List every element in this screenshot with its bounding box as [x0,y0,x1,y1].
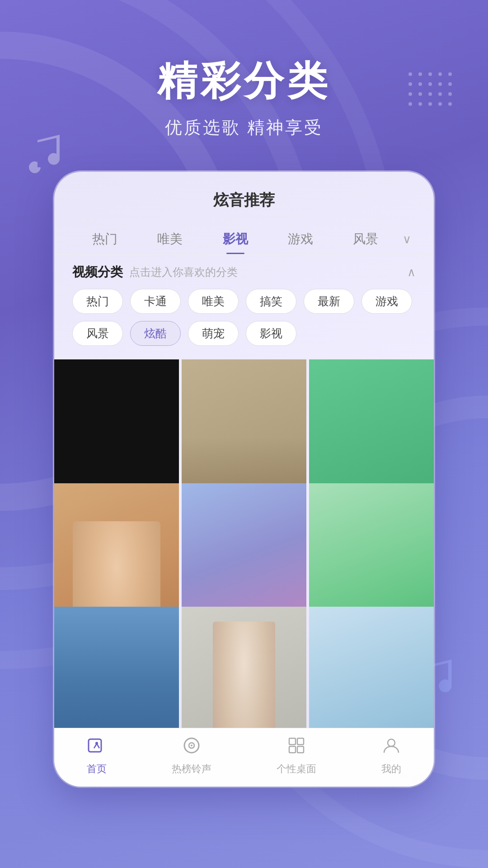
category-collapse-icon[interactable]: ∧ [407,265,416,279]
tag-scenery[interactable]: 风景 [72,321,123,346]
tag-pet[interactable]: 萌宠 [188,321,239,346]
svg-rect-13 [297,746,304,753]
tab-more-icon[interactable]: ∨ [398,226,416,253]
category-section: 视频分类 点击进入你喜欢的分类 ∧ 热门 卡通 唯美 搞笑 最新 游戏 风景 炫… [54,255,434,355]
tab-game[interactable]: 游戏 [268,224,333,254]
header-area: 精彩分类 优质选歌 精神享受 [0,54,488,139]
nav-mine[interactable]: 我的 [381,736,401,776]
nav-home-icon [87,736,107,760]
svg-rect-10 [289,738,296,745]
video-item-8[interactable] [182,607,306,728]
svg-rect-11 [297,738,304,745]
svg-rect-5 [89,739,101,752]
tag-newest[interactable]: 最新 [304,289,354,314]
video-item-9[interactable] [309,607,434,728]
app-content: 炫音推荐 热门 唯美 影视 游戏 风景 ∨ 视频分类 点击进入你喜欢的分类 ∧ … [54,172,434,728]
nav-hot-ringtone[interactable]: 热榜铃声 [172,736,211,776]
nav-mine-icon [381,736,401,760]
svg-rect-12 [289,746,296,753]
top-bar: 炫音推荐 [54,172,434,220]
nav-home-label: 首页 [87,762,107,776]
phone-mockup: 炫音推荐 热门 唯美 影视 游戏 风景 ∨ 视频分类 点击进入你喜欢的分类 ∧ … [54,172,434,787]
main-title: 精彩分类 [0,54,488,108]
bottom-nav: 首页 热榜铃声 个性桌面 [54,728,434,787]
nav-desktop-label: 个性桌面 [277,762,316,776]
tab-film[interactable]: 影视 [202,224,267,254]
video-grid: 你的大眼睛 [54,355,434,728]
svg-point-6 [95,742,98,745]
tag-funny[interactable]: 搞笑 [246,289,296,314]
category-title-row: 视频分类 点击进入你喜欢的分类 [72,264,238,281]
tab-beauty[interactable]: 唯美 [137,224,202,254]
svg-point-14 [388,739,395,746]
category-header: 视频分类 点击进入你喜欢的分类 ∧ [72,264,416,281]
tag-film[interactable]: 影视 [246,321,296,346]
tag-cartoon[interactable]: 卡通 [130,289,181,314]
tag-game[interactable]: 游戏 [361,289,412,314]
nav-desktop[interactable]: 个性桌面 [277,736,316,776]
tag-beauty[interactable]: 唯美 [188,289,239,314]
app-title: 炫音推荐 [72,190,416,211]
tabs-row: 热门 唯美 影视 游戏 风景 ∨ [54,220,434,255]
video-item-7[interactable] [54,607,179,728]
nav-mine-label: 我的 [381,762,401,776]
nav-home[interactable]: 首页 [87,736,107,776]
tags-grid: 热门 卡通 唯美 搞笑 最新 游戏 风景 炫酷 萌宠 影视 [72,289,416,346]
sub-title: 优质选歌 精神享受 [0,116,488,139]
tag-cool[interactable]: 炫酷 [130,321,181,346]
category-subtitle: 点击进入你喜欢的分类 [129,265,238,279]
tag-hot[interactable]: 热门 [72,289,123,314]
nav-hot-ringtone-icon [182,736,202,760]
svg-point-9 [191,745,192,746]
nav-hot-ringtone-label: 热榜铃声 [172,762,211,776]
tab-hot[interactable]: 热门 [72,224,137,254]
category-title: 视频分类 [72,264,123,281]
nav-desktop-icon [286,736,306,760]
tab-scenery[interactable]: 风景 [333,224,398,254]
